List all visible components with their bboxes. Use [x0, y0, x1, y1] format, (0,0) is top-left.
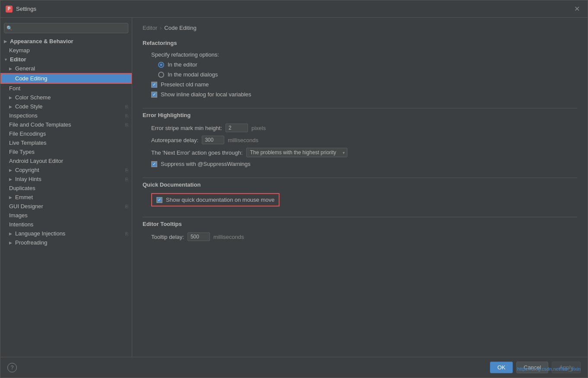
suppress-label: Suppress with @SuppressWarnings	[161, 161, 251, 167]
sidebar-item-code-editing[interactable]: Code Editing	[0, 73, 132, 84]
collapse-arrow: ▼	[4, 57, 8, 62]
sidebar-item-code-style[interactable]: ▶ Code Style ⎘	[0, 102, 132, 111]
collapse-arrow: ▶	[4, 39, 8, 44]
editor-tooltips-content: Tooltip delay: milliseconds	[143, 232, 577, 241]
main-panel: Editor › Code Editing Refactorings Speci…	[132, 18, 588, 357]
app-icon: P	[6, 6, 13, 13]
quick-doc-label: Show quick documentation on mouse move	[166, 197, 274, 203]
breadcrumb: Editor › Code Editing	[143, 25, 577, 31]
dialog-title: Settings	[16, 6, 36, 12]
preselect-checkbox[interactable]	[151, 82, 157, 88]
sidebar-item-live-templates[interactable]: Live Templates	[0, 138, 132, 147]
autoreparse-unit: milliseconds	[228, 137, 258, 143]
tooltip-delay-row: Tooltip delay: milliseconds	[151, 232, 577, 241]
collapse-arrow: ▶	[9, 105, 13, 109]
sidebar-item-emmet[interactable]: ▶ Emmet	[0, 193, 132, 202]
stripe-mark-input[interactable]	[226, 124, 248, 132]
sidebar-item-keymap[interactable]: Keymap	[0, 46, 132, 55]
sidebar-item-copyright[interactable]: ▶ Copyright ⎘	[0, 165, 132, 175]
suppress-row: Suppress with @SuppressWarnings	[151, 161, 577, 167]
sidebar: 🔍 ▶ Appearance & Behavior Keymap ▼ Edito…	[0, 18, 132, 357]
sidebar-item-label: Color Scheme	[15, 94, 51, 101]
copy-icon: ⎘	[125, 168, 128, 173]
sidebar-item-inspections[interactable]: Inspections ⎘	[0, 111, 132, 120]
search-box: 🔍	[4, 23, 128, 33]
quick-doc-checkbox[interactable]	[156, 197, 162, 203]
title-bar-left: P Settings	[6, 6, 36, 13]
stripe-mark-row: Error stripe mark min height: pixels	[151, 124, 577, 132]
sidebar-item-intentions[interactable]: Intentions	[0, 220, 132, 229]
editor-tooltips-title: Editor Tooltips	[143, 221, 577, 227]
sidebar-item-inlay-hints[interactable]: ▶ Inlay Hints ⎘	[0, 175, 132, 184]
sidebar-item-font[interactable]: Font	[0, 84, 132, 93]
footer-left: ?	[7, 363, 17, 372]
inline-dialog-checkbox[interactable]	[151, 92, 157, 98]
divider-1	[143, 108, 577, 108]
sidebar-item-file-types[interactable]: File Types	[0, 147, 132, 156]
next-error-dropdown-wrap: The problems with the highest priority A…	[246, 148, 347, 157]
sidebar-item-color-scheme[interactable]: ▶ Color Scheme	[0, 93, 132, 102]
title-bar: P Settings ✕	[0, 0, 588, 18]
radio-in-modal[interactable]	[158, 72, 164, 78]
sidebar-item-file-encodings[interactable]: File Encodings	[0, 129, 132, 138]
sidebar-item-label: General	[15, 65, 35, 72]
error-highlighting-content: Error stripe mark min height: pixels Aut…	[143, 124, 577, 167]
search-input[interactable]	[4, 23, 128, 33]
preselect-label: Preselect old name	[161, 81, 209, 88]
collapse-arrow: ▶	[9, 95, 13, 100]
refactorings-content: Specify refactoring options: In the edit…	[143, 51, 577, 98]
next-error-label: The 'Next Error' action goes through:	[151, 149, 243, 156]
sidebar-item-images[interactable]: Images	[0, 211, 132, 220]
radio-in-editor[interactable]	[158, 62, 164, 68]
collapse-arrow: ▶	[9, 177, 13, 181]
error-highlighting-title: Error Highlighting	[143, 112, 577, 118]
main-content: 🔍 ▶ Appearance & Behavior Keymap ▼ Edito…	[0, 18, 588, 357]
sidebar-item-label: Duplicates	[9, 185, 35, 191]
sidebar-item-appearance[interactable]: ▶ Appearance & Behavior	[0, 37, 132, 46]
sidebar-item-editor[interactable]: ▼ Editor	[0, 55, 132, 64]
next-error-row: The 'Next Error' action goes through: Th…	[151, 148, 577, 157]
collapse-arrow: ▶	[9, 232, 13, 236]
preselect-row: Preselect old name	[151, 81, 577, 88]
sidebar-item-label: Copyright	[15, 167, 39, 173]
sidebar-item-label: Emmet	[15, 194, 33, 200]
sidebar-item-file-code-templates[interactable]: File and Code Templates ⎘	[0, 120, 132, 129]
copy-icon: ⎘	[125, 104, 128, 109]
copy-icon: ⎘	[125, 113, 128, 118]
sidebar-item-label: File and Code Templates	[9, 121, 71, 128]
sidebar-item-label: Code Style	[15, 103, 43, 110]
quick-doc-section: Quick Documentation Show quick documenta…	[143, 181, 577, 206]
ok-button[interactable]: OK	[490, 362, 513, 373]
sidebar-item-label: Editor	[10, 56, 26, 63]
tooltip-delay-label: Tooltip delay:	[151, 234, 184, 240]
sidebar-item-language-injections[interactable]: ▶ Language Injections ⎘	[0, 229, 132, 238]
help-button[interactable]: ?	[7, 363, 17, 372]
sidebar-item-label: Intentions	[9, 221, 33, 228]
autoreparse-row: Autoreparse delay: milliseconds	[151, 136, 577, 144]
sidebar-item-label: File Types	[9, 149, 35, 155]
sidebar-item-gui-designer[interactable]: GUI Designer ⎘	[0, 202, 132, 211]
sidebar-item-android-layout[interactable]: Android Layout Editor	[0, 156, 132, 165]
specify-label: Specify refactoring options:	[151, 51, 577, 58]
suppress-checkbox[interactable]	[151, 161, 157, 167]
sidebar-item-general[interactable]: ▶ General	[0, 64, 132, 73]
breadcrumb-sep: ›	[160, 25, 162, 31]
collapse-arrow: ▶	[9, 241, 13, 245]
autoreparse-input[interactable]	[202, 136, 224, 144]
radio-in-modal-label: In the modal dialogs	[168, 71, 218, 78]
copy-icon: ⎘	[125, 122, 128, 127]
sidebar-item-proofreading[interactable]: ▶ Proofreading	[0, 238, 132, 247]
sidebar-item-label: File Encodings	[9, 130, 46, 137]
sidebar-item-duplicates[interactable]: Duplicates	[0, 184, 132, 193]
editor-tooltips-section: Editor Tooltips Tooltip delay: milliseco…	[143, 221, 577, 241]
sidebar-item-label: Proofreading	[15, 239, 47, 246]
tooltip-delay-input[interactable]	[188, 232, 210, 241]
next-error-dropdown[interactable]: The problems with the highest priority A…	[246, 148, 347, 157]
sidebar-item-label: Language Injections	[15, 230, 65, 237]
sidebar-item-label: Keymap	[9, 47, 30, 54]
inline-dialog-row: Show inline dialog for local variables	[151, 91, 577, 98]
close-button[interactable]: ✕	[572, 4, 582, 14]
url-hint: https://blog.csdn.net/lian_yixin	[517, 366, 581, 372]
radio-in-editor-label: In the editor	[168, 61, 197, 68]
refactorings-section: Refactorings Specify refactoring options…	[143, 40, 577, 98]
